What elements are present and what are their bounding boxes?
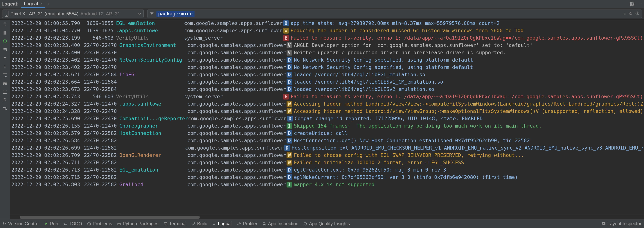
log-line[interactable]: 2022-12-29 02:02:26.15522470-22470Choreo…: [10, 122, 644, 129]
log-tag: HostConnection: [120, 129, 187, 137]
clear-filter-icon[interactable]: ×: [624, 11, 626, 16]
restart-icon[interactable]: [2, 39, 8, 44]
log-line[interactable]: 2022-12-29 01:01:04.7701639-1675.apps.su…: [10, 27, 644, 34]
footer-build[interactable]: Build: [192, 221, 208, 226]
device-selector[interactable]: Pixel XL API 31 (emulator-5554) Android …: [2, 9, 144, 18]
log-line[interactable]: 2022-12-29 02:02:23.62122470-22584libEGL…: [10, 71, 644, 78]
split-icon[interactable]: [2, 89, 8, 94]
footer-app-inspection[interactable]: App Inspection: [262, 221, 298, 226]
close-icon[interactable]: ×: [40, 2, 42, 6]
log-pid: 22470-22470: [84, 115, 120, 122]
footer-run[interactable]: Run: [45, 221, 58, 226]
log-message: Accessing hidden method Landroid/view/Vi…: [294, 108, 644, 115]
log-package: com.google.samples.apps.sunflower: [187, 137, 286, 144]
log-message: Failed to measure fs-verity, errno 1: /d…: [290, 34, 644, 42]
log-pid: 22470-22470: [84, 100, 120, 108]
log-timestamp: 2022-12-29 02:02:26.699: [12, 144, 84, 152]
scrollbar-thumb[interactable]: [20, 216, 200, 219]
horizontal-scrollbar[interactable]: [10, 215, 644, 219]
log-line[interactable]: 2022-12-29 02:02:23.66422470-22584com.go…: [10, 78, 644, 86]
help-icon[interactable]: [635, 11, 640, 16]
log-output[interactable]: 2022-12-29 01:00:55.7901639-1855EGL_emul…: [10, 20, 644, 215]
footer-terminal[interactable]: Terminal: [164, 221, 186, 226]
log-line[interactable]: 2022-12-29 01:00:55.7901639-1855EGL_emul…: [10, 20, 644, 27]
filter-chip: package:mine: [156, 11, 194, 17]
log-tag: [120, 78, 187, 86]
log-line[interactable]: 2022-12-29 02:02:26.58422470-22582com.go…: [10, 137, 644, 144]
log-message: Failed to measure fs-verity, errno 1: /d…: [290, 93, 644, 100]
log-line[interactable]: 2022-12-29 02:02:24.32822470-22470com.go…: [10, 108, 644, 115]
down-icon[interactable]: [2, 64, 8, 69]
log-pid: 22470-22584: [84, 86, 120, 93]
log-pid: 22470-22582: [84, 174, 120, 181]
pause-icon[interactable]: [2, 30, 8, 35]
log-message: Compat change id reported: 171228096; UI…: [295, 115, 644, 122]
log-line[interactable]: 2022-12-29 02:02:26.71322470-22582EGL_em…: [10, 166, 644, 174]
log-timestamp: 2022-12-29 02:02:26.711: [12, 159, 84, 166]
footer-logcat[interactable]: Logcat: [212, 221, 232, 226]
log-line[interactable]: 2022-12-29 02:02:26.71522470-22582com.go…: [10, 174, 644, 181]
log-message: No Network Security Config specified, us…: [294, 56, 644, 64]
device-detail: Android 12, API 31: [80, 11, 120, 17]
log-line[interactable]: 2022-12-29 02:02:23.199546-603VerityUtil…: [10, 34, 644, 42]
settings-icon[interactable]: [2, 81, 8, 86]
log-message: eglMakeCurrent: 0x7df95262cf50: ver 3 0 …: [294, 174, 644, 181]
log-line[interactable]: 2022-12-29 02:02:26.80322470-22582Grallo…: [10, 181, 644, 188]
footer-python-packages[interactable]: Python Packages: [117, 221, 158, 226]
svg-point-20: [3, 222, 4, 223]
log-pid: 546-603: [84, 34, 116, 42]
log-line[interactable]: 2022-12-29 02:02:26.70922470-22582OpenGL…: [10, 152, 644, 159]
log-pid: 22470-22582: [84, 137, 120, 144]
footer-version-control[interactable]: Version Control: [2, 221, 40, 226]
log-level-badge: D: [286, 79, 292, 85]
footer-profiler[interactable]: Profiler: [237, 221, 257, 226]
log-line[interactable]: 2022-12-29 02:02:23.40022470-22470com.go…: [10, 49, 644, 56]
filter-input[interactable]: package:mine ×: [147, 9, 642, 18]
log-line[interactable]: 2022-12-29 02:02:23.40222470-22470com.go…: [10, 64, 644, 71]
record-icon[interactable]: [2, 106, 8, 111]
minimize-icon[interactable]: [638, 1, 642, 6]
log-tag: [120, 137, 187, 144]
log-package: com.google.samples.apps.sunflower: [188, 115, 287, 122]
log-timestamp: 2022-12-29 02:02:24.327: [12, 100, 84, 108]
tab-logcat[interactable]: Logcat ×: [21, 0, 45, 8]
device-name: Pixel XL API 31 (emulator-5554): [10, 11, 78, 17]
screenshot-icon[interactable]: [2, 98, 8, 103]
svg-point-18: [4, 100, 6, 101]
log-message: Skipped 154 frames! The application may …: [294, 122, 644, 129]
log-line[interactable]: 2022-12-29 02:02:23.743546-603VerityUtil…: [10, 93, 644, 100]
log-message: Reducing the number of considered missed…: [290, 27, 644, 34]
log-tag: [120, 86, 187, 93]
log-line[interactable]: 2022-12-29 02:02:26.69922470-22582com.go…: [10, 144, 644, 152]
gear-icon[interactable]: [629, 1, 634, 6]
scroll-end-icon[interactable]: [2, 47, 8, 52]
log-message: No Network Security Config specified, us…: [294, 64, 644, 71]
log-timestamp: 2022-12-29 02:02:23.402: [12, 64, 84, 71]
log-line[interactable]: 2022-12-29 02:02:23.40022470-22470Graphi…: [10, 42, 644, 49]
footer-app-quality[interactable]: App Quality Insights: [304, 221, 350, 226]
star-icon[interactable]: [629, 11, 633, 16]
log-tag: [120, 49, 187, 56]
log-line[interactable]: 2022-12-29 02:02:23.67322470-22584com.go…: [10, 86, 644, 93]
log-line[interactable]: 2022-12-29 02:02:25.69022470-22470Compat…: [10, 115, 644, 122]
footer-problems[interactable]: Problems: [87, 221, 112, 226]
clear-icon[interactable]: [2, 22, 8, 27]
log-package: com.google.samples.apps.sunflower: [187, 159, 286, 166]
log-line[interactable]: 2022-12-29 02:02:24.32722470-22470.apps.…: [10, 100, 644, 108]
log-line[interactable]: 2022-12-29 02:02:26.57922470-22582HostCo…: [10, 129, 644, 137]
log-package: com.google.samples.apps.sunflower: [187, 64, 286, 71]
log-tag: [120, 174, 187, 181]
log-message: HostComposition ext ANDROID_EMU_CHECKSUM…: [292, 144, 644, 152]
soft-wrap-icon[interactable]: [2, 72, 8, 78]
footer-todo[interactable]: TODO: [63, 221, 82, 226]
svg-rect-34: [602, 222, 605, 225]
log-line[interactable]: 2022-12-29 02:02:26.71122470-22582com.go…: [10, 159, 644, 166]
footer-layout-inspector[interactable]: Layout Inspector: [602, 221, 642, 226]
log-tag: [117, 144, 185, 152]
add-tab-button[interactable]: +: [45, 0, 52, 8]
log-line[interactable]: 2022-12-29 02:02:23.40222470-22470Networ…: [10, 56, 644, 64]
log-tag: Choreographer: [120, 122, 187, 129]
log-pid: 1639-1675: [84, 27, 116, 34]
log-level-badge: D: [284, 145, 290, 151]
up-icon[interactable]: [2, 56, 8, 61]
